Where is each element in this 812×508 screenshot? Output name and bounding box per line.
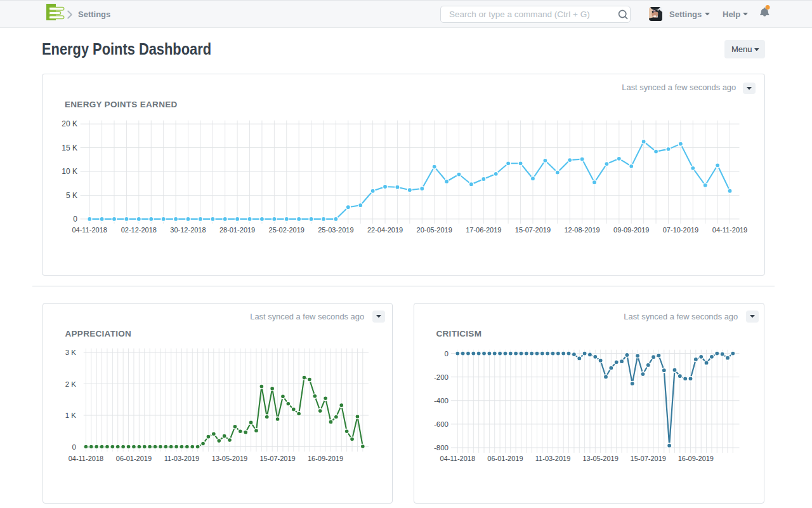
svg-text:15-07-2019: 15-07-2019 [259, 455, 295, 462]
svg-text:09-09-2019: 09-09-2019 [613, 226, 649, 234]
svg-text:04-11-2019: 04-11-2019 [712, 226, 747, 234]
svg-text:11-03-2019: 11-03-2019 [164, 455, 199, 462]
svg-text:06-01-2019: 06-01-2019 [487, 455, 523, 462]
svg-text:5 K: 5 K [66, 191, 77, 200]
svg-text:04-11-2018: 04-11-2018 [440, 455, 475, 462]
svg-text:22-04-2019: 22-04-2019 [367, 226, 403, 234]
svg-text:20 K: 20 K [62, 119, 77, 128]
svg-text:04-11-2018: 04-11-2018 [69, 455, 103, 462]
svg-text:20-05-2019: 20-05-2019 [417, 226, 452, 234]
svg-text:13-05-2019: 13-05-2019 [212, 455, 247, 462]
svg-text:16-09-2019: 16-09-2019 [678, 455, 714, 462]
svg-text:12-08-2019: 12-08-2019 [564, 226, 599, 234]
svg-text:10 K: 10 K [62, 167, 77, 176]
svg-text:25-03-2019: 25-03-2019 [318, 226, 353, 234]
svg-text:13-05-2019: 13-05-2019 [582, 455, 618, 462]
svg-text:1 K: 1 K [65, 411, 77, 419]
svg-text:28-01-2019: 28-01-2019 [219, 226, 255, 234]
svg-text:-400: -400 [434, 397, 449, 404]
svg-text:30-12-2018: 30-12-2018 [170, 226, 206, 234]
svg-text:15-07-2019: 15-07-2019 [515, 226, 551, 234]
svg-text:0: 0 [445, 350, 449, 358]
svg-text:0: 0 [73, 215, 77, 224]
svg-text:06-01-2019: 06-01-2019 [116, 455, 152, 462]
svg-text:15 K: 15 K [62, 144, 77, 152]
svg-text:07-10-2019: 07-10-2019 [663, 226, 698, 234]
svg-text:2 K: 2 K [65, 380, 77, 388]
svg-text:11-03-2019: 11-03-2019 [535, 455, 570, 462]
svg-text:-800: -800 [434, 444, 449, 451]
svg-text:15-07-2019: 15-07-2019 [631, 455, 666, 462]
svg-text:17-06-2019: 17-06-2019 [466, 226, 501, 234]
svg-text:3 K: 3 K [65, 349, 77, 356]
svg-text:04-11-2018: 04-11-2018 [72, 226, 107, 234]
svg-text:02-12-2018: 02-12-2018 [121, 226, 157, 234]
svg-text:-200: -200 [434, 373, 449, 381]
svg-text:16-09-2019: 16-09-2019 [308, 455, 343, 462]
svg-text:0: 0 [72, 443, 76, 451]
svg-text:-600: -600 [434, 420, 449, 428]
svg-text:25-02-2019: 25-02-2019 [269, 226, 304, 234]
